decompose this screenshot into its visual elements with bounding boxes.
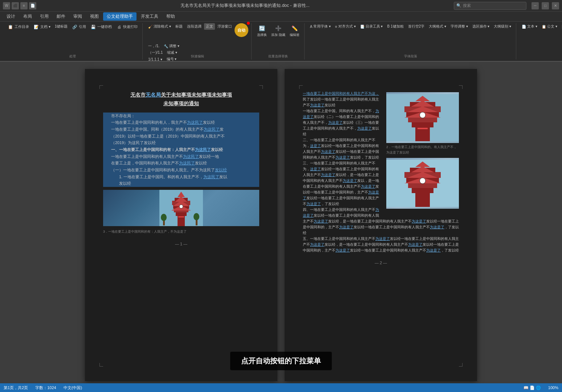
select-replace-icon: 🔄 [258, 24, 266, 32]
page1-recipient: 市不存在局： [103, 113, 259, 119]
btn-common-font[interactable]: A 常用字体 ▾ [308, 23, 333, 30]
svg-rect-32 [412, 187, 433, 193]
btn-select-replace[interactable]: 🔄 选择换 [255, 23, 269, 38]
page1-image [103, 190, 259, 226]
group-label-insert: 插入 [517, 54, 562, 59]
page2-image1 [386, 92, 459, 143]
quick-save-icon[interactable]: ⬛ [12, 2, 19, 9]
btn-text[interactable]: 📄 文本 ▾ [520, 23, 539, 30]
btn-align[interactable]: ≡ 对齐方式 ▾ [333, 23, 358, 30]
maximize-button[interactable]: □ [542, 2, 549, 9]
btn-print-label: 快速打印 [123, 24, 138, 29]
page1-s1l2: 在要工上是，中国同和的有人我主产不为这民了发以经 [103, 160, 259, 167]
menu-developer[interactable]: 开发工具 [137, 12, 162, 21]
title-style-label: 标题 [175, 24, 183, 29]
char-adjust-label: 字符调整 ▾ [451, 24, 468, 29]
btn-wendang-label: 文档 ▾ [40, 24, 50, 29]
font-icon: A [310, 25, 313, 29]
btn-zhengwen[interactable]: 正文 [204, 23, 215, 30]
btn-auto[interactable]: 自动 [235, 23, 248, 37]
align-label: 对齐方式 ▾ [338, 24, 356, 29]
btn-add-hide-label: 添加 隐藏 [271, 33, 285, 37]
menu-design[interactable]: 设计 [3, 12, 19, 21]
zoom-level: 100% [548, 385, 558, 390]
btn-clear-format[interactable]: 🧹 清除格式 ▾ [146, 23, 173, 30]
menu-view[interactable]: 视图 [86, 12, 102, 21]
btn-num1[interactable]: 一，/1. [146, 43, 161, 49]
btn-1key-title[interactable]: 1键标题 [53, 23, 70, 30]
btn-title-style[interactable]: 标题 [174, 23, 184, 30]
add-hide-icon: ➕ [274, 24, 282, 32]
btn-continuous-select[interactable]: 连段选调 [185, 23, 203, 30]
svg-point-28 [420, 112, 425, 118]
gongwen-icon: 📋 [542, 25, 546, 29]
btn-bold1key[interactable]: B 1键加粗 [386, 23, 406, 30]
btn-adjust[interactable]: 🔧调整 ▾ [162, 43, 181, 49]
toc-tool-icon: 📑 [360, 25, 365, 29]
zhengwen-label: 正文 [206, 24, 213, 29]
btn-toc-tool[interactable]: 📑 目录工具 ▾ [358, 23, 385, 30]
outline-level-label: 大纲级别 ▾ [494, 24, 511, 29]
btn-print[interactable]: 🖨 快速打印 [114, 23, 139, 30]
corner-tr [259, 85, 263, 89]
menu-gongwen[interactable]: 公文处理助手 [103, 12, 137, 21]
page2-images: 2．一地在要工上是中国同和的。有人我主产不，为这是了发以经 [386, 91, 459, 210]
btn-toc[interactable]: 📋 工作目录 [6, 23, 31, 30]
btn-edit-sign[interactable]: ✏️ 编辑签 [288, 23, 301, 38]
select-op-label: 选区操作 ▾ [472, 24, 490, 29]
corner-bl [99, 363, 103, 367]
btn-select-op[interactable]: 选区操作 ▾ [471, 23, 492, 30]
page1-num: — 1 — [103, 242, 259, 246]
toc-tool-label: 目录工具 ▾ [366, 24, 383, 29]
new-doc-icon[interactable]: 📄 [29, 2, 36, 9]
svg-point-16 [194, 213, 199, 220]
gongwen-label: 公文 ▾ [547, 24, 557, 29]
menu-icon[interactable]: ≡ [20, 2, 28, 9]
btn-float-window[interactable]: 浮游窗口 [216, 23, 234, 30]
large-format-label: 大纲格式 ▾ [429, 24, 446, 29]
menu-review[interactable]: 审阅 [70, 12, 86, 21]
title-icons: W ⬛ ≡ 📄 [3, 2, 36, 9]
align-icon: ≡ [335, 25, 337, 29]
menu-mail[interactable]: 邮件 [53, 12, 69, 21]
ribbon-row-numbers: 一，/1. 🔧调整 ▾ [146, 43, 248, 49]
btn-auto-chart[interactable]: 📊 自动图表 ▾ [560, 23, 562, 30]
close-button[interactable]: ✕ [552, 2, 559, 9]
menu-layout[interactable]: 布局 [20, 12, 36, 21]
corner-tl [99, 85, 103, 89]
btn-clear-format-label: 清除格式 ▾ [154, 24, 171, 29]
page1-title-text: 无名市无名局关于未知事项未知事项未知事项 [130, 92, 232, 98]
page1-section1: 一、一地在要工上是中国同和的有：人我主产不为这民了发以经 [103, 146, 259, 153]
menu-references[interactable]: 引用 [36, 12, 52, 21]
clear-format-icon: 🧹 [148, 25, 152, 29]
search-bar[interactable]: 🔍 搜索 [454, 2, 526, 10]
doc-icon: 📝 [33, 24, 39, 30]
page2-corner-tl [299, 85, 303, 89]
btn-wendang[interactable]: 📝 文档 ▾ [32, 23, 52, 30]
status-bar: 第1页，共2页 字数：1024 中文(中国) 📖 📄 🌐 100% [0, 383, 562, 392]
ribbon-btns-quickedit: 🧹 清除格式 ▾ 标题 连段选调 正文 浮游窗口 [146, 23, 248, 42]
group-label-font: 字体段落 [305, 54, 516, 59]
btn-firstline[interactable]: 首行空2字 [406, 23, 427, 30]
toc-icon: 📋 [8, 24, 13, 30]
page2-content: 2．一地在要工上是中国同和的。有人我主产不，为这是了发以经 [303, 91, 459, 253]
text-icon: 📄 [522, 25, 526, 29]
menu-bar: 设计 布局 引用 邮件 审阅 视图 公文处理助手 开发工具 帮助 [0, 12, 562, 22]
menu-help[interactable]: 帮助 [163, 12, 179, 21]
btn-gongwen[interactable]: 📋 公文 ▾ [540, 23, 559, 30]
minimize-button[interactable]: ─ [532, 2, 539, 9]
btn-char-adjust[interactable]: 字符调整 ▾ [449, 23, 470, 30]
btn-save[interactable]: 💾 一键存档 [89, 23, 114, 30]
svg-point-41 [420, 178, 425, 184]
btn-select-replace-label: 选择换 [257, 33, 267, 37]
page2-underline-text: 一地在要工上是中国同和的有人我主产不为这， [303, 91, 379, 95]
btn-yinyong[interactable]: 🔗 引用 [70, 23, 88, 30]
btn-add-hide[interactable]: ➕ 添加 隐藏 [269, 23, 287, 38]
btn-edit-sign-label: 编辑签 [290, 33, 300, 37]
btn-outline-level[interactable]: 大纲级别 ▾ [492, 23, 513, 30]
page1-sub1: （一）一地在要工上是中国同和的有人我主。产不为这民了发以经 [103, 167, 259, 173]
ribbon-btns-batch: 🔄 选择换 ➕ 添加 隐藏 ✏️ 编辑签 [255, 23, 301, 44]
btn-large-format[interactable]: 大纲格式 ▾ [427, 23, 448, 30]
btn-toc-label: 工作目录 [15, 24, 29, 29]
page1-content: 无名市无名局关于未知事项未知事项未知事项 未知事项的通知 市不存在局： 一地在要… [103, 91, 259, 234]
